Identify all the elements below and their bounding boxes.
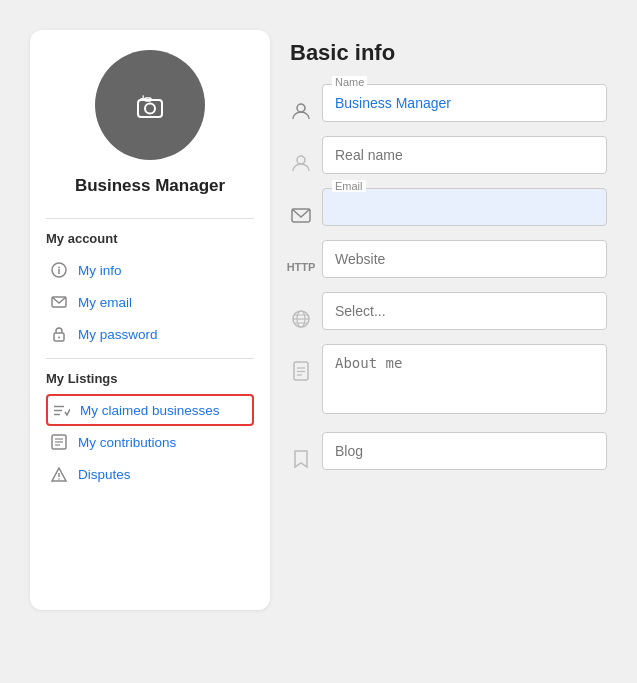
sidebar-item-my-contributions[interactable]: My contributions xyxy=(46,426,254,458)
country-field-container xyxy=(322,292,607,330)
sidebar-item-my-claimed-businesses-label: My claimed businesses xyxy=(80,403,220,418)
email-field-icon xyxy=(290,204,312,226)
real-name-input[interactable] xyxy=(322,136,607,174)
email-label: Email xyxy=(332,180,366,192)
person-icon-realname xyxy=(290,152,312,174)
country-select[interactable] xyxy=(322,292,607,330)
sidebar-item-disputes-label: Disputes xyxy=(78,467,131,482)
website-input[interactable] xyxy=(322,240,607,278)
sidebar-item-my-email-label: My email xyxy=(78,295,132,310)
svg-rect-5 xyxy=(58,269,60,274)
about-field-container xyxy=(322,344,607,418)
divider-top xyxy=(46,218,254,219)
globe-icon xyxy=(290,308,312,330)
website-field-container xyxy=(322,240,607,278)
name-label: Name xyxy=(332,76,367,88)
sidebar-item-my-contributions-label: My contributions xyxy=(78,435,176,450)
info-icon xyxy=(50,261,68,279)
my-listings-section: My Listings My claimed businesses My con xyxy=(46,371,254,490)
divider-mid xyxy=(46,358,254,359)
right-panel: Basic info Name Ema xyxy=(290,30,607,610)
my-account-section: My account My info My email My password xyxy=(46,231,254,350)
contributions-icon xyxy=(50,433,68,451)
blog-row xyxy=(290,432,607,470)
sidebar-item-my-claimed-businesses[interactable]: My claimed businesses xyxy=(46,394,254,426)
bookmark-icon xyxy=(290,448,312,470)
svg-point-21 xyxy=(297,156,305,164)
email-row: Email xyxy=(290,188,607,226)
sidebar-item-my-info[interactable]: My info xyxy=(46,254,254,286)
person-icon-name xyxy=(290,100,312,122)
sidebar-item-my-password[interactable]: My password xyxy=(46,318,254,350)
website-row: HTTP xyxy=(290,240,607,278)
disputes-icon xyxy=(50,465,68,483)
about-row xyxy=(290,344,607,418)
claimed-icon xyxy=(52,401,70,419)
page-container: + Business Manager My account My info xyxy=(20,20,617,620)
name-field-container: Name xyxy=(322,84,607,122)
camera-icon: + xyxy=(132,90,168,120)
svg-point-9 xyxy=(58,337,60,339)
lock-icon xyxy=(50,325,68,343)
name-input[interactable] xyxy=(322,84,607,122)
sidebar-item-my-email[interactable]: My email xyxy=(46,286,254,318)
name-row: Name xyxy=(290,84,607,122)
svg-point-2 xyxy=(145,104,155,114)
http-icon: HTTP xyxy=(290,256,312,278)
about-textarea[interactable] xyxy=(322,344,607,414)
real-name-row xyxy=(290,136,607,174)
svg-point-20 xyxy=(297,104,305,112)
email-icon xyxy=(50,293,68,311)
user-name: Business Manager xyxy=(75,176,225,196)
doc-icon xyxy=(290,360,312,382)
real-name-field-container xyxy=(322,136,607,174)
country-row xyxy=(290,292,607,330)
email-field-container: Email xyxy=(322,188,607,226)
sidebar-item-my-info-label: My info xyxy=(78,263,122,278)
my-listings-title: My Listings xyxy=(46,371,254,386)
sidebar-item-disputes[interactable]: Disputes xyxy=(46,458,254,490)
svg-point-19 xyxy=(58,478,60,480)
left-panel: + Business Manager My account My info xyxy=(30,30,270,610)
email-input[interactable] xyxy=(322,188,607,226)
avatar[interactable]: + xyxy=(95,50,205,160)
blog-input[interactable] xyxy=(322,432,607,470)
svg-point-6 xyxy=(58,267,60,269)
page-title: Basic info xyxy=(290,40,607,66)
my-account-title: My account xyxy=(46,231,254,246)
blog-field-container xyxy=(322,432,607,470)
sidebar-item-my-password-label: My password xyxy=(78,327,158,342)
